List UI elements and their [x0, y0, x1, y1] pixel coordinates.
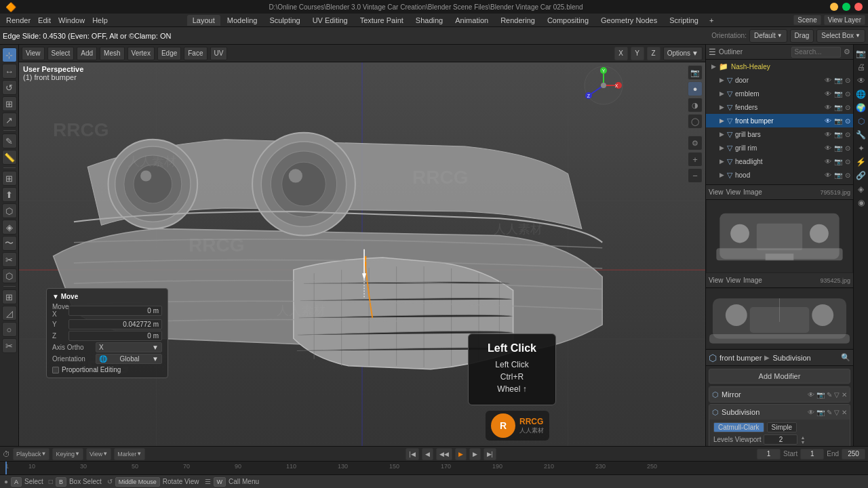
ri-view-btn[interactable]: 👁 — [855, 75, 867, 87]
mirror-edit-icon[interactable]: ✎ — [827, 391, 832, 399]
outliner-item-door[interactable]: ▶ ▽ door 👁 📷 ⊙ — [706, 73, 853, 87]
levels-viewport-value[interactable]: 2 — [764, 434, 797, 445]
tool-add[interactable]: ⊞ — [2, 171, 17, 186]
camera-icon-emblem[interactable]: 📷 — [834, 90, 842, 98]
tool-move[interactable]: ↔ — [2, 64, 17, 79]
img2-view-btn[interactable]: View — [709, 277, 724, 284]
outliner-item-hood[interactable]: ▶ ▽ hood 👁 📷 ⊙ — [706, 168, 853, 182]
ri-output-btn[interactable]: 🖨 — [855, 61, 867, 73]
axis-x-indicator[interactable]: X — [614, 47, 628, 60]
select-icon-gb[interactable]: ⊙ — [845, 131, 850, 138]
select-icon-fenders[interactable]: ⊙ — [845, 104, 850, 111]
mirror-render-icon[interactable]: 📷 — [816, 391, 825, 399]
camera-icon-fenders[interactable]: 📷 — [834, 104, 842, 111]
vp-mesh-menu[interactable]: Mesh — [100, 47, 124, 60]
outliner-item-emblem[interactable]: ▶ ▽ emblem 👁 📷 ⊙ — [706, 87, 853, 100]
scene-selector[interactable]: Scene — [793, 15, 821, 25]
eye-icon-gb[interactable]: 👁 — [825, 131, 831, 138]
menu-help[interactable]: Help — [89, 16, 111, 25]
tool-shrink[interactable]: ⊞ — [2, 289, 17, 304]
tool-measure[interactable]: 📏 — [2, 150, 17, 165]
vp-zoom-in[interactable]: + — [688, 152, 703, 167]
frame-start-input[interactable] — [800, 449, 824, 460]
vp-viewport-shading[interactable]: ⚙ — [688, 136, 703, 150]
vp-zoom-out[interactable]: − — [688, 168, 703, 183]
close-btn[interactable] — [854, 3, 863, 11]
select-icon-door[interactable]: ⊙ — [845, 77, 850, 84]
outliner-item-fenders[interactable]: ▶ ▽ fenders 👁 📷 ⊙ — [706, 100, 853, 114]
tool-annotate[interactable]: ✎ — [2, 134, 17, 148]
camera-icon-gb[interactable]: 📷 — [834, 131, 842, 138]
tab-sculpting[interactable]: Sculpting — [264, 15, 305, 26]
playback-btn[interactable]: Playback ▼ — [13, 448, 50, 460]
img1-image-btn[interactable]: Image — [743, 188, 762, 196]
eye-icon-door[interactable]: 👁 — [825, 77, 831, 84]
menu-edit[interactable]: Edit — [35, 16, 54, 25]
outliner-item-front-bumper[interactable]: ▶ ▽ front bumper 👁 📷 ⊙ — [706, 114, 853, 127]
ri-particles-btn[interactable]: ✦ — [855, 142, 867, 155]
maximize-btn[interactable] — [842, 3, 850, 11]
subdiv-edit-icon[interactable]: ✎ — [827, 409, 832, 416]
mirror-expand-icon[interactable]: ▽ — [834, 391, 840, 399]
frame-end-input[interactable] — [842, 449, 865, 460]
play-btn[interactable]: ▶ — [455, 448, 467, 460]
axis-y-indicator[interactable]: Y — [631, 47, 644, 60]
tool-to-sphere[interactable]: ○ — [2, 322, 17, 337]
menu-render[interactable]: Render — [3, 16, 34, 25]
orientation-selector-mw[interactable]: 🌐 Global ▼ — [96, 354, 162, 364]
ri-physics-btn[interactable]: ⚡ — [855, 156, 867, 168]
subdiv-expand-icon[interactable]: ▽ — [834, 409, 840, 416]
eye-icon-fb[interactable]: 👁 — [825, 117, 831, 125]
ri-material-btn[interactable]: ◉ — [855, 197, 867, 209]
drag-btn[interactable]: Drag — [790, 29, 814, 43]
vp-camera-btn[interactable]: 📷 — [688, 65, 703, 80]
ri-data-btn[interactable]: ◈ — [855, 183, 867, 195]
select-icon-fb[interactable]: ⊙ — [845, 117, 850, 125]
vp-render-mode-solid[interactable]: ● — [688, 81, 703, 96]
move-y-value[interactable]: 0.042772 m — [68, 319, 162, 329]
outliner-item-nash-healey[interactable]: ▶ 📁 Nash-Healey — [706, 60, 853, 73]
viewport[interactable]: RRCG RRCG RRCG RRCG RRCG 人人素材 人人素材 人人素材 — [19, 45, 705, 446]
play-reverse-btn[interactable]: ◀◀ — [436, 448, 452, 460]
mirror-close-icon[interactable]: ✕ — [842, 391, 847, 399]
vp-uv-menu[interactable]: UV — [210, 47, 228, 60]
tool-poly-build[interactable]: ⬡ — [2, 268, 17, 283]
camera-icon-hood[interactable]: 📷 — [834, 171, 842, 179]
minimize-btn[interactable] — [830, 3, 838, 11]
eye-icon-hood[interactable]: 👁 — [825, 171, 831, 179]
ri-modifier-btn[interactable]: 🔧 — [855, 129, 867, 141]
outliner-filter-icon[interactable]: ⚙ — [844, 47, 850, 56]
eye-icon-emblem[interactable]: 👁 — [825, 90, 831, 98]
tab-shading[interactable]: Shading — [410, 15, 448, 26]
camera-icon-hl[interactable]: 📷 — [834, 158, 842, 165]
outliner-item-headlight[interactable]: ▶ ▽ headlight 👁 📷 ⊙ — [706, 155, 853, 168]
frame-current-input[interactable] — [757, 449, 781, 460]
eye-icon-hl[interactable]: 👁 — [825, 158, 831, 165]
subdiv-render-icon[interactable]: 📷 — [816, 409, 825, 416]
simple-tab[interactable]: Simple — [767, 422, 797, 432]
tool-inset[interactable]: ⬡ — [2, 203, 17, 218]
outliner-search[interactable] — [791, 47, 842, 58]
vp-face-menu[interactable]: Face — [184, 47, 207, 60]
ri-render-btn[interactable]: 📷 — [855, 47, 867, 60]
vp-add-menu[interactable]: Add — [77, 47, 97, 60]
move-z-value[interactable]: 0 m — [68, 331, 162, 341]
vp-render-mode-material[interactable]: ◑ — [688, 98, 703, 113]
keying-btn[interactable]: Keying ▼ — [52, 448, 83, 460]
vp-view-menu[interactable]: View — [22, 47, 45, 60]
vp-select-menu[interactable]: Select — [47, 47, 75, 60]
catmull-clark-tab[interactable]: Catmull-Clark — [713, 422, 764, 432]
select-icon-hood[interactable]: ⊙ — [845, 171, 850, 179]
jump-start-btn[interactable]: |◀ — [406, 448, 418, 460]
tab-add[interactable]: + — [705, 15, 717, 26]
tab-geometry-nodes[interactable]: Geometry Nodes — [595, 15, 663, 26]
img2-image-btn[interactable]: Image — [743, 277, 762, 284]
step-forward-btn[interactable]: ▶ — [469, 448, 481, 460]
proportional-checkbox[interactable] — [52, 367, 59, 373]
tool-loop-cut[interactable]: 〜 — [2, 236, 17, 251]
tool-shear[interactable]: ◿ — [2, 306, 17, 321]
subdiv-eye-icon[interactable]: 👁 — [808, 409, 814, 416]
tab-texture-paint[interactable]: Texture Paint — [355, 15, 409, 26]
ri-object-btn[interactable]: ⬡ — [855, 115, 867, 127]
ri-constraints-btn[interactable]: 🔗 — [855, 169, 867, 182]
